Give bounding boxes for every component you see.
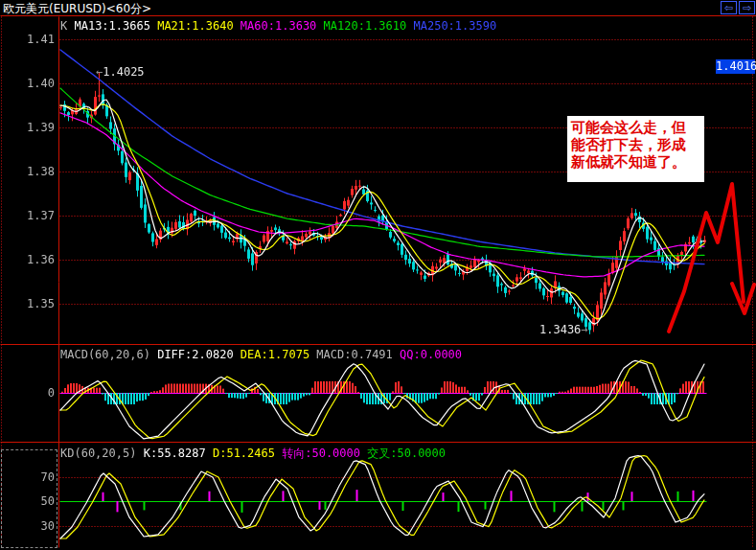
legend-item: MA13:1.3665 (74, 19, 157, 33)
axis-label: 1.35 (0, 297, 55, 310)
low-price-marker: 1.3436→ (539, 323, 588, 336)
high-price-marker: ←1.4025 (96, 65, 145, 79)
axis-label: 1.37 (0, 209, 55, 222)
axis-label: 30 (0, 519, 55, 533)
legend-item: MA60:1.3630 (241, 19, 324, 33)
window-title: 欧元美元(EURUSD)<60分> (3, 1, 151, 17)
chart-canvas[interactable] (0, 0, 756, 550)
ma-legend: K MA13:1.3665 MA21:1.3640 MA60:1.3630 MA… (60, 19, 496, 33)
axis-label: 70 (0, 470, 55, 484)
legend-item: MA250:1.3590 (413, 19, 496, 33)
legend-item: D:51.2465 (213, 447, 282, 460)
axis-label: 50 (0, 494, 55, 508)
legend-item: 交叉:50.0000 (367, 447, 446, 460)
axis-label: 1.40 (0, 77, 55, 90)
legend-item: MACD(60,20,6) (60, 348, 157, 361)
note-line: 可能会这么走，但 (571, 119, 704, 136)
axis-label: 1.39 (0, 121, 55, 134)
nav-buttons: ⇦ ⇨ (721, 1, 755, 14)
macd-header: MACD(60,20,6) DIFF:2.0820 DEA:1.7075 MAC… (60, 348, 462, 361)
kd-header: KD(60,20,5) K:55.8287 D:51.2465 转向:50.00… (60, 446, 446, 462)
legend-k-label: K (60, 19, 74, 33)
legend-item: QQ:0.0000 (400, 348, 462, 361)
axis-label: 0 (0, 386, 55, 400)
axis-label: 1.41 (0, 33, 55, 46)
right-pointer-icon: → (581, 323, 587, 336)
legend-item: MA120:1.3610 (324, 19, 414, 33)
legend-item: 转向:50.0000 (282, 447, 367, 460)
left-arrow-icon: ⇦ (724, 2, 733, 13)
right-arrow-icon: ⇨ (743, 2, 751, 13)
note-line: 新低就不知道了。 (571, 153, 704, 171)
legend-item: K:55.8287 (144, 447, 213, 460)
trading-app-window: 欧元美元(EURUSD)<60分> ⇦ ⇨ K MA13:1.3665 MA21… (0, 0, 756, 550)
legend-item: KD(60,20,5) (60, 447, 144, 460)
axis-label: 1.38 (0, 165, 55, 178)
note-line: 能否打下去，形成 (571, 136, 704, 153)
legend-item: DIFF:2.0820 (157, 348, 241, 361)
legend-item: MACD:0.7491 (316, 348, 400, 361)
forward-button[interactable]: ⇨ (739, 1, 755, 14)
annotation-note-box: 可能会这么走，但 能否打下去，形成 新低就不知道了。 (567, 116, 704, 182)
price-badge: 1.4016 (716, 59, 755, 74)
legend-item: DEA:1.7075 (241, 348, 316, 361)
axis-label: 1.36 (0, 253, 55, 266)
title-bar: 欧元美元(EURUSD)<60分> (0, 0, 756, 15)
back-button[interactable]: ⇦ (721, 1, 737, 14)
legend-item: MA21:1.3640 (157, 19, 241, 33)
